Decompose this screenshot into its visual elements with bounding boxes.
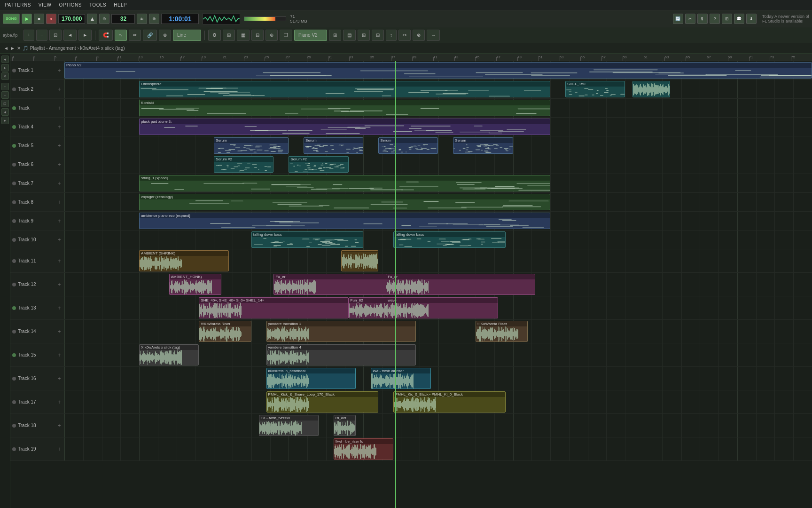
toolbar-magnet[interactable]: 🧲: [99, 30, 113, 41]
ruler[interactable]: 1357911131517192123252729313335373941434…: [10, 54, 812, 61]
track-add-4[interactable]: +: [56, 124, 62, 130]
clip-13-2[interactable]: wave: [386, 297, 498, 318]
track-add-17[interactable]: +: [56, 399, 62, 405]
toolbar-mixer[interactable]: ⊞: [223, 30, 235, 41]
left-icon-4[interactable]: +: [1, 83, 9, 90]
clip-15-0[interactable]: X k0wArets x siick (tag): [139, 344, 199, 365]
track-header-8[interactable]: Track 8+: [10, 193, 64, 211]
track-content-8[interactable]: voyager (zenology): [64, 193, 812, 211]
clip-12-2[interactable]: Fu_er: [386, 274, 535, 295]
track-header-17[interactable]: Track 17+: [10, 390, 64, 413]
track-header-9[interactable]: Track 9+: [10, 212, 64, 230]
track-add-19[interactable]: +: [56, 446, 62, 452]
toolbar-group[interactable]: ▦: [237, 30, 250, 41]
toolbar-merge[interactable]: ⊕: [265, 30, 278, 41]
track-content-11[interactable]: AMBIENT (SHRINK): [64, 249, 812, 272]
mic-icon[interactable]: 🎙: [697, 14, 708, 24]
record-btn[interactable]: ●: [46, 14, 56, 24]
track-add-9[interactable]: +: [56, 218, 62, 224]
toolbar-more5[interactable]: ↕: [386, 30, 397, 41]
clip-8-0[interactable]: voyager (zenology): [139, 194, 550, 210]
track-add-8[interactable]: +: [56, 199, 62, 206]
transport-icon4[interactable]: ⊗: [149, 14, 159, 24]
clip-5-1[interactable]: Serum: [304, 137, 363, 154]
clip-5-0[interactable]: Serum: [214, 137, 289, 154]
track-content-18[interactable]: FX - Amb_fvntsxxRi_act: [64, 414, 812, 437]
track-content-14[interactable]: !!!KoWareta Riseryandere transition 1!!!…: [64, 320, 812, 343]
track-content-9[interactable]: ambience piano eco [expand]: [64, 212, 812, 230]
track-header-15[interactable]: Track 15+: [10, 343, 64, 366]
track-add-6[interactable]: +: [56, 161, 62, 168]
clip-17-0[interactable]: PMHL_Kick_&_Snare_Loop_170_Black: [266, 391, 379, 413]
left-icon-8[interactable]: ►: [1, 117, 9, 124]
clip-14-0[interactable]: !!!KoWareta Riser: [199, 321, 251, 342]
clip-3-0[interactable]: Kontakt: [139, 100, 550, 116]
toolbar-nav-right[interactable]: ►: [78, 30, 92, 41]
track-header-18[interactable]: Track 18+: [10, 414, 64, 437]
toolbar-paint[interactable]: ✏: [129, 30, 141, 41]
help-icon[interactable]: ?: [710, 14, 720, 24]
chat-icon[interactable]: 💬: [734, 14, 744, 24]
track-header-19[interactable]: Track 19+: [10, 437, 64, 460]
clip-10-0[interactable]: falling down bass: [251, 231, 364, 248]
clip-16-0[interactable]: k0wArets in_heartbeat: [266, 368, 356, 389]
clip-16-1[interactable]: kwt - fresh air riser: [371, 368, 430, 389]
left-icon-1[interactable]: ◄: [1, 56, 9, 63]
tempo-display[interactable]: 170.000: [58, 14, 85, 24]
track-content-16[interactable]: k0wArets in_heartbeatkwt - fresh air ris…: [64, 367, 812, 390]
clip-12-0[interactable]: AMBIENT_HONK): [169, 274, 221, 295]
track-header-5[interactable]: Track 5+: [10, 136, 64, 155]
toolbar-cursor[interactable]: ↖: [115, 30, 127, 41]
clip-18-0[interactable]: FX - Amb_fvntsxx: [259, 415, 319, 436]
track-add-11[interactable]: +: [56, 258, 62, 264]
toolbar-more3[interactable]: ⊞: [358, 30, 370, 41]
track-content-1[interactable]: Piano V2: [64, 61, 812, 79]
toolbar-more7[interactable]: ⊗: [413, 30, 425, 41]
master-volume[interactable]: [244, 16, 286, 21]
track-header-7[interactable]: Track 7+: [10, 174, 64, 192]
clip-11-1[interactable]: [341, 250, 379, 271]
clip-6-0[interactable]: Serum #2: [214, 156, 273, 173]
track-header-6[interactable]: Track 6+: [10, 155, 64, 174]
left-icon-6[interactable]: ⊡: [1, 100, 9, 107]
track-header-10[interactable]: Track 10+: [10, 230, 64, 249]
track-content-4[interactable]: pluck pad ;dune 3;: [64, 118, 812, 136]
track-header-3[interactable]: Track+: [10, 99, 64, 117]
toolbar-more6[interactable]: ✂: [398, 30, 411, 41]
left-icon-7[interactable]: ◄: [1, 108, 9, 116]
clip-5-3[interactable]: Serum: [453, 137, 513, 154]
track-content-3[interactable]: Kontakt: [64, 99, 812, 117]
clip-1-0[interactable]: Piano V2: [64, 62, 812, 79]
toolbar-more2[interactable]: ▤: [343, 30, 356, 41]
track-content-12[interactable]: AMBIENT_HONK)Fu_erFu_er: [64, 273, 812, 296]
track-content-17[interactable]: PMHL_Kick_&_Snare_Loop_170_BlackPMHL_Kic…: [64, 390, 812, 413]
tracks-container[interactable]: Track 1+Piano V2Track 2+OmnisphereSHEL_1…: [10, 61, 812, 508]
clip-15-1[interactable]: yandere transition 4: [266, 344, 416, 365]
nav-close[interactable]: ✕: [17, 46, 21, 51]
track-add-2[interactable]: +: [56, 86, 62, 93]
track-add-15[interactable]: +: [56, 352, 62, 358]
track-content-13[interactable]: SHE_40», SHE_40» S_0» SHEL_14»Fun_82wave: [64, 296, 812, 319]
left-icon-2[interactable]: ►: [1, 64, 9, 71]
toolbar-split[interactable]: ⊟: [251, 30, 264, 41]
menu-help[interactable]: HELP: [112, 1, 129, 8]
track-header-13[interactable]: Track 13+: [10, 296, 64, 319]
toolbar-copy[interactable]: ❐: [280, 30, 292, 41]
track-add-5[interactable]: +: [56, 143, 62, 149]
track-header-4[interactable]: Track 4+: [10, 118, 64, 136]
toolbar-plugin[interactable]: ⚙: [208, 30, 221, 41]
track-add-3[interactable]: +: [56, 105, 62, 111]
clip-14-1[interactable]: yandere transition 1: [266, 321, 416, 342]
song-btn[interactable]: SONG: [3, 14, 20, 24]
track-content-10[interactable]: falling down bassfalling down bass: [64, 230, 812, 249]
track-add-13[interactable]: +: [56, 305, 62, 311]
clip-7-0[interactable]: string_1 [xpand]: [139, 175, 550, 191]
pattern-count[interactable]: 32: [111, 14, 135, 24]
track-header-14[interactable]: Track 14+: [10, 320, 64, 343]
track-add-7[interactable]: +: [56, 180, 62, 187]
track-header-12[interactable]: Track 12+: [10, 273, 64, 296]
toolbar-link[interactable]: 🔗: [143, 30, 157, 41]
track-header-1[interactable]: Track 1+: [10, 61, 64, 79]
menu-tools[interactable]: TOOLS: [87, 1, 108, 8]
menu-patterns[interactable]: PATTERNS: [3, 1, 33, 8]
